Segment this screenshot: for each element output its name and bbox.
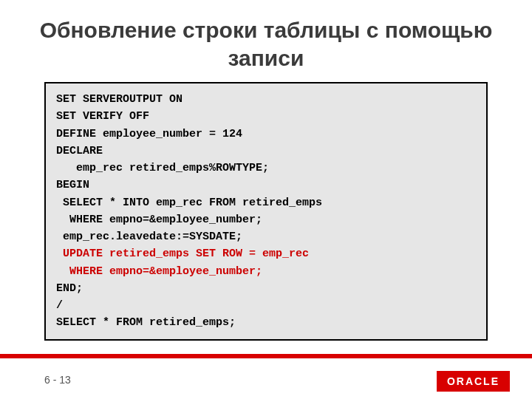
code-block: SET SERVEROUTPUT ON SET VERIFY OFF DEFIN… <box>44 82 488 341</box>
code-line: END; <box>56 280 476 297</box>
slide-number: 6 - 13 <box>44 374 71 386</box>
code-line: SELECT * FROM retired_emps; <box>56 314 476 331</box>
code-line-highlight: UPDATE retired_emps SET ROW = emp_rec <box>56 245 476 262</box>
code-line: DECLARE <box>56 143 476 160</box>
oracle-logo: ORACLE <box>437 371 510 392</box>
code-line: SET VERIFY OFF <box>56 108 476 125</box>
code-line: SELECT * INTO emp_rec FROM retired_emps <box>56 194 476 211</box>
code-line: WHERE empno=&employee_number; <box>56 211 476 228</box>
footer-divider <box>0 354 532 358</box>
code-line: BEGIN <box>56 177 476 194</box>
code-line: SET SERVEROUTPUT ON <box>56 91 476 108</box>
code-line-highlight: WHERE empno=&employee_number; <box>56 263 476 280</box>
code-line: DEFINE employee_number = 124 <box>56 126 476 143</box>
code-line: emp_rec retired_emps%ROWTYPE; <box>56 160 476 177</box>
code-line: emp_rec.leavedate:=SYSDATE; <box>56 228 476 245</box>
slide-title: Обновление строки таблицы с помощью запи… <box>0 0 532 82</box>
code-line: / <box>56 297 476 314</box>
